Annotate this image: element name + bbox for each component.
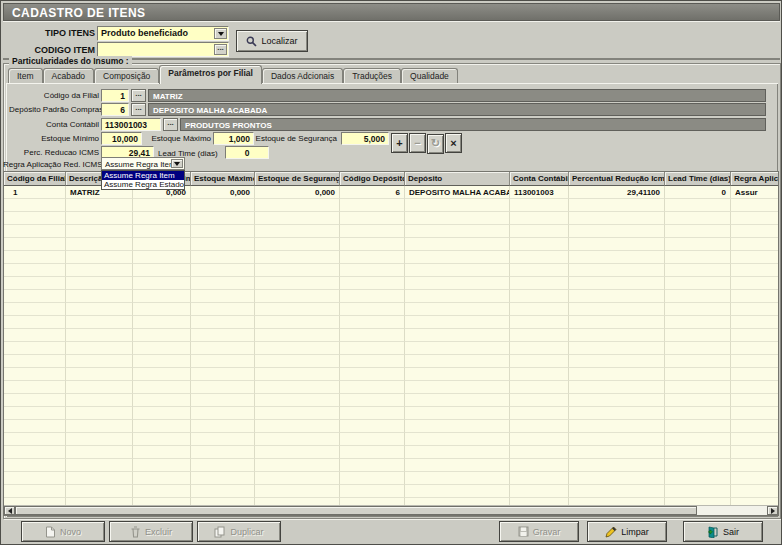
grid-cell [340,433,405,446]
grid-column-header-regra-aplica[interactable]: Regra Aplica [731,172,779,186]
gravar-button[interactable]: Gravar [499,521,579,542]
estoque-seguranca-input[interactable]: 5,000 [341,132,389,145]
scroll-right-button[interactable] [767,506,778,515]
deposito-input[interactable]: 6 [101,103,129,116]
grid-row[interactable] [4,290,779,303]
grid-cell [66,355,133,368]
grid-column-header-conta-contabil[interactable]: Conta Contábil [510,172,569,186]
grid-row[interactable] [4,212,779,225]
grid-row[interactable] [4,225,779,238]
scrollbar-thumb[interactable] [15,506,697,515]
dropdown-option-assume-regra-item[interactable]: Assume Regra Item [102,171,184,180]
grid-cell [4,355,66,368]
deposito-lookup-button[interactable]: ... [131,103,146,116]
grid-cell [133,355,191,368]
tab-acabado[interactable]: Acabado [43,68,95,84]
delete-record-button[interactable]: − [409,133,426,153]
filiais-grid[interactable]: Código da FilialDescriçãoEstoque MínimoE… [3,171,779,516]
grid-cell [255,264,340,277]
chevron-down-icon [218,32,224,36]
grid-cell [340,316,405,329]
regra-icms-dropdown-button[interactable] [171,159,183,168]
tab-dados-adcionais[interactable]: Dados Adcionais [262,68,343,84]
grid-row[interactable] [4,277,779,290]
insert-record-button[interactable]: + [391,133,408,153]
grid-row[interactable] [4,368,779,381]
tab-item[interactable]: Item [8,68,43,84]
grid-row[interactable] [4,199,779,212]
cancel-record-button[interactable]: × [445,133,462,153]
grid-row[interactable] [4,472,779,485]
duplicar-button[interactable]: Duplicar [197,521,281,542]
grid-cell [66,433,133,446]
grid-cell [66,303,133,316]
grid-row[interactable] [4,264,779,277]
grid-row[interactable] [4,381,779,394]
grid-cell [340,407,405,420]
window-titlebar: CADASTRO DE ITENS [3,3,780,21]
grid-row[interactable] [4,251,779,264]
grid-column-header-lead-time-dias[interactable]: Lead Time (dias) [665,172,731,186]
window-title: CADASTRO DE ITENS [12,6,145,20]
novo-button[interactable]: Novo [21,521,105,542]
grid-column-header-codigo-deposito[interactable]: Código Depósito [340,172,405,186]
grid-row[interactable] [4,355,779,368]
tipo-itens-dropdown-button[interactable] [214,28,227,39]
grid-row[interactable] [4,407,779,420]
grid-column-header-estoque-de-seguranca[interactable]: Estoque de Segurança [255,172,340,186]
grid-row[interactable] [4,342,779,355]
grid-cell [405,329,510,342]
grid-row[interactable] [4,433,779,446]
grid-column-header-estoque-maximo[interactable]: Estoque Máximo [191,172,255,186]
grid-cell [731,381,779,394]
grid-cell [569,394,665,407]
regra-icms-combobox[interactable]: Assume Regra Item [101,157,185,170]
grid-horizontal-scrollbar[interactable] [4,505,778,515]
scroll-left-button[interactable] [4,506,15,515]
grid-row[interactable] [4,420,779,433]
grid-cell [340,251,405,264]
grid-column-header-percentual-reducao-icms[interactable]: Percentual Redução Icms [569,172,665,186]
refresh-record-button[interactable]: ↻ [427,134,444,154]
grid-row[interactable] [4,446,779,459]
grid-cell [133,251,191,264]
grid-cell [665,251,731,264]
tab-qualidade[interactable]: Qualidade [401,68,458,84]
grid-column-header-deposito[interactable]: Depósito [405,172,510,186]
grid-row[interactable] [4,303,779,316]
grid-cell [405,459,510,472]
tipo-itens-combobox[interactable]: Produto beneficiado [97,26,229,41]
tab-composicao[interactable]: Composição [94,68,159,84]
novo-button-label: Novo [60,527,81,537]
conta-contabil-input[interactable]: 113001003 [101,118,161,131]
grid-row[interactable] [4,316,779,329]
grid-cell [665,381,731,394]
codigo-filial-lookup-button[interactable]: ... [131,89,146,102]
tab-parametros-por-filial[interactable]: Parâmetros por Filial [159,65,262,84]
grid-row[interactable] [4,394,779,407]
perc-icms-label: Perc. Reducao ICMS [15,148,99,157]
localizar-button[interactable]: Localizar [236,30,308,52]
grid-row[interactable] [4,485,779,498]
tab-traducoes[interactable]: Traduções [343,68,401,84]
limpar-button[interactable]: Limpar [587,521,667,542]
lead-time-input[interactable]: 0 [225,146,269,159]
grid-cell [133,446,191,459]
grid-cell [569,212,665,225]
grid-column-header-codigo-da-filial[interactable]: Código da Filial [4,172,66,186]
estoque-minimo-input[interactable]: 10,000 [101,132,142,145]
sair-button[interactable]: Sair [683,521,763,542]
codigo-item-input[interactable]: ... [97,42,229,57]
grid-row[interactable] [4,459,779,472]
conta-contabil-lookup-button[interactable]: ... [163,118,178,131]
grid-cell [133,472,191,485]
excluir-button[interactable]: Excluir [109,521,193,542]
dropdown-option-assume-regra-estado[interactable]: Assume Regra Estado [102,180,184,189]
grid-row[interactable] [4,329,779,342]
grid-cell [569,420,665,433]
codigo-item-lookup-button[interactable]: ... [214,44,227,55]
grid-cell [191,238,255,251]
grid-row[interactable] [4,238,779,251]
estoque-maximo-input[interactable]: 1,000 [213,132,254,145]
codigo-filial-input[interactable]: 1 [101,89,129,102]
